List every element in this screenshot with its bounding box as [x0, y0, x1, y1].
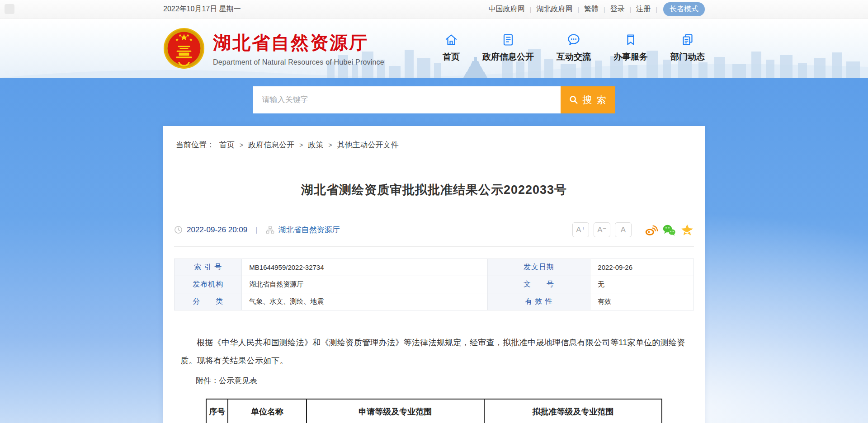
info-label: 分 类 [175, 293, 242, 310]
breadcrumb-current: 其他主动公开文件 [337, 140, 399, 150]
article-meta-row: 2022-09-26 20:09 | 湖北省自然资源厅 A⁺ A⁻ A [174, 222, 694, 247]
news-icon [681, 33, 694, 47]
document-info-table: 索 引 号 MB1644959/2022-32734 发文日期 2022-09-… [174, 258, 694, 310]
info-value: 无 [590, 276, 694, 293]
corner-square-icon [5, 4, 14, 14]
nav-label: 首页 [443, 51, 460, 63]
nav-item-home[interactable]: 首页 [443, 33, 460, 63]
main-nav: 首页 政府信息公开 互动交流 [443, 33, 705, 64]
site-title-block: 湖北省自然资源厅 Department of Natural Resources… [213, 30, 384, 66]
search-icon [569, 95, 579, 105]
link-china-gov[interactable]: 中国政府网 [489, 5, 525, 14]
info-label: 发布机构 [175, 276, 242, 293]
info-label: 发文日期 [487, 259, 590, 276]
link-traditional-chinese[interactable]: 繁體 [584, 5, 599, 14]
separator: | [530, 6, 532, 13]
qzone-icon[interactable] [680, 224, 694, 236]
info-row: 发布机构 湖北省自然资源厅 文 号 无 [175, 276, 694, 293]
meta-divider: | [255, 226, 257, 235]
topbar-links: 中国政府网 | 湖北政府网 | 繁體 | 登录 | 注册 | 长者模式 [489, 2, 705, 16]
info-value: 有效 [590, 293, 694, 310]
nav-item-department-news[interactable]: 部门动态 [670, 33, 705, 63]
site-name: 湖北省自然资源厅 [213, 30, 384, 55]
page-body: 搜 索 当前位置： 首页 > 政府信息公开 > 政策 > 其他主动公开文件 湖北… [0, 78, 868, 423]
font-smaller-button[interactable]: A⁻ [594, 222, 610, 237]
approval-results-table: 序号 单位名称 申请等级及专业范围 拟批准等级及专业范围 [206, 399, 662, 423]
breadcrumb-label: 当前位置： [176, 140, 214, 150]
national-emblem-logo [163, 28, 205, 69]
link-register[interactable]: 注册 [636, 5, 651, 14]
document-icon [501, 33, 515, 47]
weibo-icon[interactable] [644, 224, 658, 236]
separator: | [630, 6, 632, 13]
wechat-icon[interactable] [662, 224, 676, 236]
approval-table-header-row: 序号 单位名称 申请等级及专业范围 拟批准等级及专业范围 [206, 399, 662, 423]
clock-icon [174, 226, 183, 234]
info-label: 有 效 性 [487, 293, 590, 310]
source-link[interactable]: 湖北省自然资源厅 [278, 225, 340, 235]
breadcrumb: 当前位置： 首页 > 政府信息公开 > 政策 > 其他主动公开文件 [176, 140, 694, 150]
elder-mode-button[interactable]: 长者模式 [663, 2, 705, 16]
column-header-unit-name: 单位名称 [228, 399, 306, 423]
breadcrumb-gov-info[interactable]: 政府信息公开 [248, 140, 294, 150]
column-header-index: 序号 [206, 399, 228, 423]
search-button[interactable]: 搜 索 [561, 86, 615, 113]
article-body-paragraph: 根据《中华人民共和国测绘法》和《测绘资质管理办法》等法律法规规定，经审查，拟批准… [180, 334, 688, 370]
publish-time: 2022-09-26 20:09 [187, 226, 247, 235]
info-value: MB1644959/2022-32734 [242, 259, 487, 276]
info-row: 分 类 气象、水文、测绘、地震 有 效 性 有效 [175, 293, 694, 310]
search-bar: 搜 索 [253, 78, 615, 113]
source-icon [266, 226, 274, 234]
site-name-english: Department of Natural Resources of Hubei… [213, 58, 384, 66]
content-card: 当前位置： 首页 > 政府信息公开 > 政策 > 其他主动公开文件 湖北省测绘资… [163, 126, 705, 423]
info-value: 湖北省自然资源厅 [242, 276, 487, 293]
info-value: 气象、水文、测绘、地震 [242, 293, 487, 310]
separator: | [656, 6, 657, 13]
nav-item-services[interactable]: 办事服务 [613, 33, 648, 63]
column-header-applied-scope: 申请等级及专业范围 [307, 399, 484, 423]
nav-label: 政府信息公开 [482, 51, 534, 63]
nav-item-gov-info[interactable]: 政府信息公开 [482, 33, 534, 63]
topbar-date: 2022年10月17日 星期一 [163, 5, 241, 14]
separator: | [604, 6, 605, 13]
nav-label: 部门动态 [670, 51, 705, 63]
info-label: 文 号 [487, 276, 590, 293]
nav-item-interaction[interactable]: 互动交流 [557, 33, 591, 63]
masthead: 湖北省自然资源厅 Department of Natural Resources… [0, 19, 868, 78]
breadcrumb-separator: > [240, 141, 243, 149]
breadcrumb-separator: > [299, 141, 303, 149]
breadcrumb-separator: > [328, 141, 332, 149]
font-reset-button[interactable]: A [615, 222, 632, 237]
link-login[interactable]: 登录 [610, 5, 625, 14]
bookmark-icon [624, 33, 637, 47]
separator: | [577, 6, 579, 13]
nav-label: 办事服务 [613, 51, 648, 63]
info-row: 索 引 号 MB1644959/2022-32734 发文日期 2022-09-… [175, 259, 694, 276]
breadcrumb-home[interactable]: 首页 [219, 140, 235, 150]
column-header-approved-scope: 拟批准等级及专业范围 [484, 399, 662, 423]
breadcrumb-policy[interactable]: 政策 [308, 140, 323, 150]
search-input[interactable] [253, 86, 561, 113]
chat-icon [567, 33, 580, 47]
nav-label: 互动交流 [557, 51, 591, 63]
page-title: 湖北省测绘资质审批拟批准结果公示2022033号 [174, 182, 694, 198]
article-meta-left: 2022-09-26 20:09 | 湖北省自然资源厅 [174, 225, 340, 235]
attachment-line: 附件：公示意见表 [180, 372, 688, 389]
link-hubei-gov[interactable]: 湖北政府网 [536, 5, 572, 14]
home-icon [444, 33, 458, 47]
font-larger-button[interactable]: A⁺ [572, 222, 589, 237]
search-button-label: 搜 索 [583, 94, 607, 106]
article-meta-right: A⁺ A⁻ A [572, 222, 694, 237]
info-value: 2022-09-26 [590, 259, 694, 276]
topbar: 2022年10月17日 星期一 中国政府网 | 湖北政府网 | 繁體 | 登录 … [0, 0, 868, 19]
info-label: 索 引 号 [175, 259, 242, 276]
